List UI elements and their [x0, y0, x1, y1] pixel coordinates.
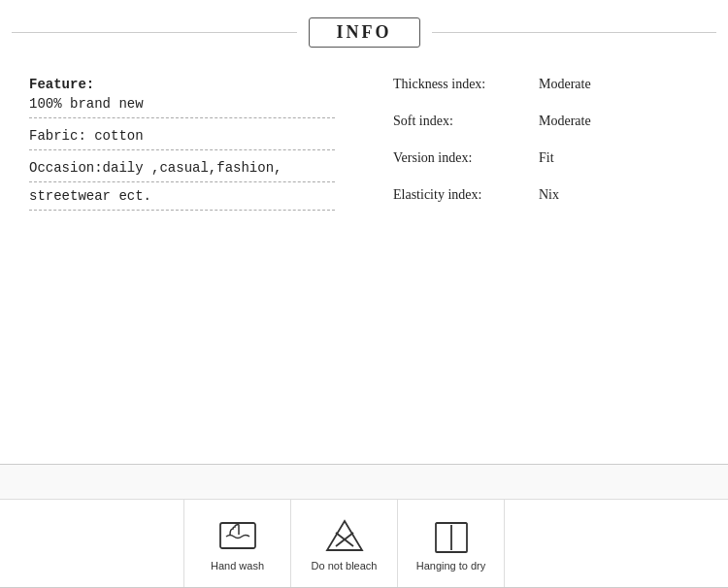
- care-icons-row: Hand wash Do not bleach: [0, 500, 728, 587]
- version-row: Version index: Fit: [393, 150, 699, 166]
- soft-row: Soft index: Moderate: [393, 114, 699, 129]
- soft-value: Moderate: [539, 114, 591, 129]
- info-right: Thickness index: Moderate Soft index: Mo…: [354, 77, 699, 454]
- fabric-row: Fabric: cotton: [29, 128, 335, 150]
- occasion-label: Occasion:daily ,casual,fashion,: [29, 160, 335, 182]
- soft-label: Soft index:: [393, 114, 529, 129]
- hand-wash-label: Hand wash: [211, 560, 264, 572]
- do-not-bleach-icon: [323, 517, 366, 556]
- feature-row: Feature: 100% brand new: [29, 77, 335, 118]
- elasticity-label: Elasticity index:: [393, 187, 529, 203]
- occasion-value: streetwear ect.: [29, 188, 335, 211]
- fabric-label: Fabric: cotton: [29, 128, 335, 150]
- hanging-to-dry-label: Hanging to dry: [416, 560, 486, 572]
- elasticity-value: Nix: [539, 187, 559, 203]
- info-body: Feature: 100% brand new Fabric: cotton O…: [0, 57, 728, 464]
- care-top-bar: [0, 465, 728, 500]
- header-title: INFO: [337, 22, 392, 42]
- care-section: Hand wash Do not bleach: [0, 464, 728, 588]
- hanging-to-dry-icon: [430, 517, 473, 556]
- thickness-row: Thickness index: Moderate: [393, 77, 699, 92]
- elasticity-row: Elasticity index: Nix: [393, 187, 699, 203]
- care-empty-right: [505, 500, 728, 587]
- version-label: Version index:: [393, 150, 529, 166]
- page: INFO Feature: 100% brand new Fabric: cot…: [0, 0, 728, 588]
- occasion-row: Occasion:daily ,casual,fashion, streetwe…: [29, 160, 335, 211]
- svg-rect-0: [220, 523, 255, 548]
- do-not-bleach-icon-item: Do not bleach: [291, 500, 398, 587]
- header-box: INFO: [309, 17, 420, 48]
- thickness-value: Moderate: [539, 77, 591, 92]
- hanging-to-dry-icon-item: Hanging to dry: [398, 500, 505, 587]
- hand-wash-icon: [216, 517, 259, 556]
- do-not-bleach-label: Do not bleach: [312, 560, 378, 572]
- version-value: Fit: [539, 150, 554, 166]
- feature-label: Feature:: [29, 77, 335, 92]
- info-left: Feature: 100% brand new Fabric: cotton O…: [29, 77, 354, 454]
- hand-wash-icon-item: Hand wash: [184, 500, 291, 587]
- thickness-label: Thickness index:: [393, 77, 529, 92]
- header-line-right: [432, 32, 717, 33]
- care-empty-left: [0, 500, 184, 587]
- info-header: INFO: [0, 0, 728, 57]
- header-line-left: [12, 32, 297, 33]
- feature-value: 100% brand new: [29, 96, 335, 118]
